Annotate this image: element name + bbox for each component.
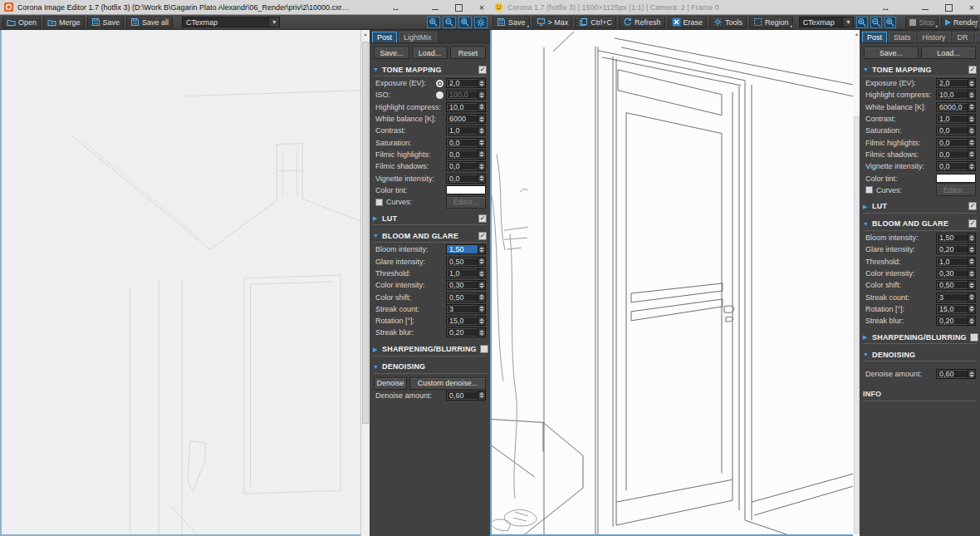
spinner-icon[interactable]	[478, 115, 485, 123]
value-input[interactable]	[447, 150, 478, 159]
spinner-icon[interactable]	[478, 150, 485, 159]
value-spinbox[interactable]	[446, 316, 486, 326]
save-preset-button[interactable]: Save...	[864, 47, 919, 59]
value-input[interactable]	[937, 305, 968, 313]
spinner-icon[interactable]	[478, 91, 485, 99]
lut-checkbox[interactable]: ✓	[478, 214, 487, 223]
zoom-out-button[interactable]	[443, 17, 456, 28]
radio-button[interactable]	[436, 80, 443, 87]
spinner-icon[interactable]	[968, 115, 975, 123]
value-input[interactable]	[447, 79, 478, 87]
scroll-up-icon[interactable]: ▲	[361, 30, 370, 38]
value-spinbox[interactable]	[446, 304, 486, 314]
zoom-reset-button[interactable]	[884, 17, 896, 28]
canvas-vertical-scrollbar[interactable]: ▲	[360, 30, 370, 536]
minimize-button[interactable]	[920, 2, 930, 12]
zoom-in-button[interactable]	[427, 17, 440, 28]
value-input[interactable]	[937, 91, 968, 99]
open-button[interactable]: Open	[2, 17, 41, 28]
section-bloom-glare[interactable]: ▼ BLOOM AND GLARE ✓	[373, 230, 487, 243]
value-input[interactable]	[937, 115, 968, 123]
section-bloom-glare[interactable]: ▼ BLOOM AND GLARE ✓	[863, 219, 977, 231]
value-input[interactable]	[447, 139, 478, 147]
zoom-reset-button[interactable]	[458, 17, 472, 28]
load-preset-button[interactable]: Load...	[412, 47, 448, 59]
collapsed-arrow-icon[interactable]: ▶	[373, 215, 379, 221]
spinner-icon[interactable]	[478, 245, 485, 253]
value-spinbox[interactable]	[446, 391, 486, 401]
reset-button[interactable]: Reset	[450, 47, 486, 59]
spinner-icon[interactable]	[968, 103, 975, 111]
value-spinbox[interactable]	[936, 244, 976, 254]
color-tint-swatch[interactable]	[936, 174, 976, 183]
lut-checkbox[interactable]: ✓	[968, 202, 977, 210]
tone-mapping-checkbox[interactable]: ✓	[968, 66, 977, 74]
value-input[interactable]	[447, 317, 478, 325]
value-spinbox[interactable]	[936, 114, 976, 124]
stop-button[interactable]: Stop	[905, 17, 938, 28]
value-input[interactable]	[447, 293, 478, 302]
save-button[interactable]: Save	[87, 17, 125, 28]
section-denoising[interactable]: ▼ DENOISING	[373, 361, 487, 374]
close-button[interactable]: ×	[477, 2, 487, 12]
value-input[interactable]	[447, 328, 478, 337]
spinner-icon[interactable]	[968, 293, 975, 302]
value-input[interactable]	[937, 281, 968, 289]
spinner-icon[interactable]	[968, 79, 975, 87]
collapsed-arrow-icon[interactable]: ▶	[373, 347, 379, 352]
spinner-icon[interactable]	[968, 281, 975, 289]
value-spinbox[interactable]	[936, 293, 976, 302]
vfb-render-canvas[interactable]	[490, 30, 853, 536]
value-input[interactable]	[447, 258, 478, 266]
value-spinbox[interactable]	[446, 293, 486, 302]
copy-button[interactable]: Ctrl+C	[575, 17, 616, 28]
spinner-icon[interactable]	[968, 305, 975, 313]
section-sharpening[interactable]: ▶ SHARPENING/BLURRING	[863, 332, 977, 344]
value-input[interactable]	[447, 103, 478, 111]
spinner-icon[interactable]	[478, 317, 485, 325]
value-input[interactable]	[937, 317, 968, 325]
value-spinbox[interactable]	[936, 233, 976, 243]
value-spinbox[interactable]	[936, 161, 976, 171]
value-input[interactable]	[447, 91, 478, 99]
value-input[interactable]	[937, 269, 968, 278]
channel-dropdown[interactable]: CTexmap ▼	[182, 17, 280, 27]
value-input[interactable]	[447, 126, 478, 135]
value-input[interactable]	[937, 370, 968, 378]
value-spinbox[interactable]	[446, 161, 486, 171]
value-input[interactable]	[937, 245, 968, 253]
tab-history[interactable]: History	[918, 32, 951, 42]
expanded-arrow-icon[interactable]: ▼	[373, 233, 379, 238]
spinner-icon[interactable]	[478, 139, 485, 147]
color-tint-swatch[interactable]	[446, 185, 486, 194]
value-spinbox[interactable]	[936, 316, 976, 326]
tab-post[interactable]: Post	[372, 32, 397, 42]
tab-stats[interactable]: Stats	[889, 32, 916, 42]
bloom-checkbox[interactable]: ✓	[968, 219, 977, 228]
merge-button[interactable]: Merge	[43, 17, 85, 28]
maximize-button[interactable]	[943, 2, 953, 12]
value-spinbox[interactable]	[446, 90, 486, 100]
value-input[interactable]	[447, 115, 478, 123]
expanded-arrow-icon[interactable]: ▼	[863, 352, 869, 357]
value-spinbox[interactable]	[446, 150, 486, 160]
spinner-icon[interactable]	[478, 269, 485, 278]
tab-post[interactable]: Post	[862, 32, 887, 42]
value-spinbox[interactable]	[446, 257, 486, 267]
region-button[interactable]: Region	[749, 17, 793, 28]
scrollbar-thumb[interactable]	[854, 116, 860, 534]
value-input[interactable]	[937, 126, 968, 135]
value-spinbox[interactable]	[446, 78, 486, 88]
close-button[interactable]: ×	[967, 2, 977, 12]
image-editor-canvas[interactable]	[0, 30, 360, 536]
expanded-arrow-icon[interactable]: ▼	[373, 66, 379, 72]
scrollbar-thumb[interactable]	[362, 42, 369, 424]
sharpening-checkbox[interactable]	[970, 333, 978, 342]
collapsed-arrow-icon[interactable]: ▶	[863, 204, 869, 209]
curves-checkbox[interactable]	[375, 199, 383, 206]
sharpening-checkbox[interactable]	[480, 345, 488, 353]
value-input[interactable]	[447, 245, 478, 253]
save-preset-button[interactable]: Save...	[374, 47, 409, 59]
value-spinbox[interactable]	[446, 114, 486, 124]
vfb-titlebar[interactable]: Corona 1.7 (hotfix 3) | 1500×1125px (1:1…	[490, 0, 980, 15]
